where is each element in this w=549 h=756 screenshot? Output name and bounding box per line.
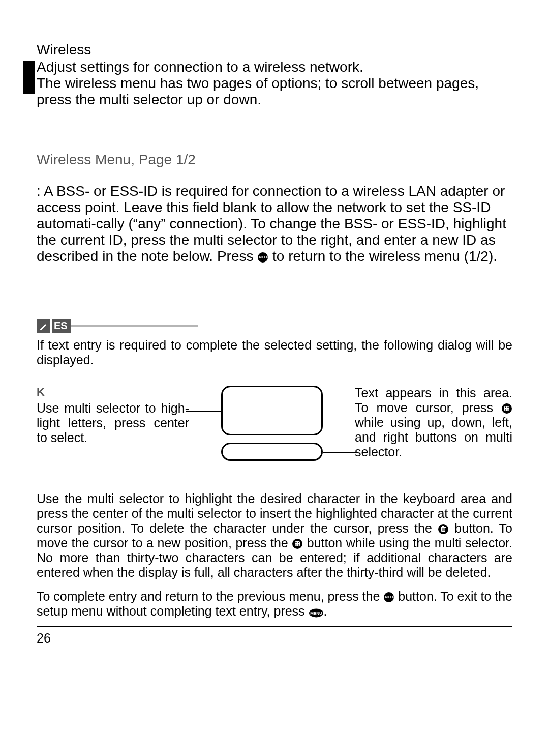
svg-point-18 [298, 542, 299, 543]
leader-line-right [323, 452, 358, 453]
ssid-text-after: to return to the wireless menu (1/2). [268, 248, 497, 264]
kb-right-b: while using up, down, left, and right bu… [355, 415, 512, 459]
keyboard-area-label: K [37, 386, 189, 399]
keyboard-left-callout: K Use multi selector to high-light lette… [37, 386, 189, 445]
keyboard-right-text: Text appears in this area. To move curso… [355, 386, 512, 459]
pencil-icon [37, 319, 50, 333]
svg-text:ENTER: ENTER [257, 255, 268, 259]
note-header: ES [37, 319, 512, 333]
svg-point-7 [507, 409, 508, 410]
svg-point-17 [296, 542, 297, 543]
svg-point-6 [505, 409, 506, 410]
note-header-rule [71, 325, 198, 327]
svg-rect-11 [442, 526, 444, 527]
intro-line-1: Adjust settings for connection to a wire… [37, 59, 363, 75]
keyboard-diagram [206, 386, 338, 472]
keyboard-right-callout: Text appears in this area. To move curso… [355, 386, 512, 459]
svg-rect-16 [295, 541, 300, 546]
menu-icon: MENU [309, 608, 324, 618]
section-title: Wireless [37, 42, 512, 58]
text-field-box [221, 443, 323, 461]
zoom-icon [501, 403, 512, 414]
note-intro: If text entry is required to complete th… [37, 338, 512, 367]
svg-text:ENTER: ENTER [383, 595, 394, 599]
ssid-paragraph: : A BSS- or ESS-ID is required for conne… [37, 183, 512, 265]
svg-point-20 [298, 544, 299, 545]
kb-right-a: Text appears in this area. To move curso… [355, 386, 512, 415]
svg-rect-10 [441, 527, 446, 528]
svg-rect-3 [504, 406, 509, 411]
trash-icon [438, 524, 449, 535]
enter-icon: ENTER [257, 252, 268, 263]
intro-paragraph: Adjust settings for connection to a wire… [37, 59, 512, 108]
intro-line-2: The wireless menu has two pages of optio… [37, 75, 479, 107]
page-number: 26 [37, 631, 512, 646]
svg-text:MENU: MENU [310, 611, 322, 616]
svg-point-5 [507, 406, 508, 408]
keyboard-left-text: Use multi selector to high-light letters… [37, 401, 189, 445]
note-header-label: ES [52, 319, 71, 333]
note-p3-a: To complete entry and return to the prev… [37, 589, 383, 603]
svg-point-19 [296, 544, 297, 545]
section-tab [23, 61, 35, 94]
note-completion-paragraph: To complete entry and return to the prev… [37, 589, 512, 619]
manual-page: Wireless Adjust settings for connection … [0, 0, 549, 756]
note-p3-c: . [324, 604, 327, 618]
footer-rule [37, 626, 512, 627]
keyboard-box [221, 386, 323, 435]
keyboard-diagram-row: K Use multi selector to high-light lette… [37, 386, 512, 472]
leader-line-left [186, 411, 221, 412]
note-usage-paragraph: Use the multi selector to highlight the … [37, 491, 512, 580]
wireless-menu-subheading: Wireless Menu, Page 1/2 [37, 152, 512, 168]
enter-icon: ENTER [383, 592, 394, 603]
zoom-icon [292, 538, 303, 549]
svg-point-4 [505, 406, 506, 408]
